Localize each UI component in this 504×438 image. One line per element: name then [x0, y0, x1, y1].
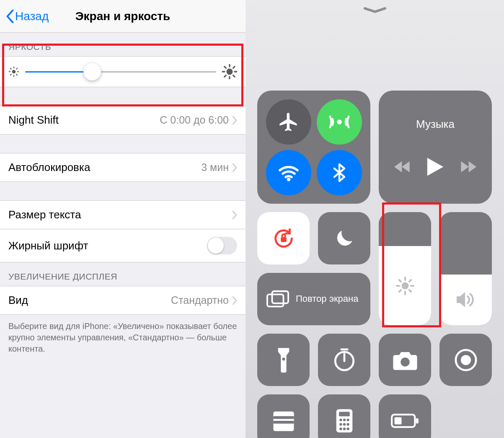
- svg-point-0: [12, 70, 16, 74]
- auto-lock-label: Автоблокировка: [8, 161, 90, 174]
- screen-mirror-label: Повтор экрана: [296, 293, 358, 304]
- screen-mirror-icon: [266, 290, 289, 308]
- svg-rect-54: [394, 417, 401, 424]
- camera-button[interactable]: [379, 334, 431, 386]
- svg-rect-20: [281, 237, 287, 242]
- airplane-mode-toggle[interactable]: [266, 99, 311, 145]
- control-center: Музыка: [246, 0, 504, 438]
- svg-point-37: [460, 355, 470, 365]
- play-icon[interactable]: [426, 157, 445, 177]
- sun-small-icon: [8, 66, 19, 77]
- svg-line-5: [10, 68, 11, 69]
- do-not-disturb-toggle[interactable]: [318, 212, 370, 264]
- chevron-right-icon: [232, 163, 237, 172]
- settings-screen: Назад Экран и яркость ЯРКОСТЬ Night Shif…: [0, 0, 246, 438]
- svg-point-51: [346, 428, 349, 430]
- sun-icon: [395, 276, 415, 296]
- brightness-slider-row: [0, 56, 246, 87]
- bold-text-toggle[interactable]: [207, 237, 237, 254]
- svg-point-49: [339, 428, 342, 430]
- battery-icon: [391, 413, 419, 428]
- svg-line-31: [409, 280, 411, 281]
- sun-large-icon: [222, 64, 237, 79]
- svg-point-47: [343, 423, 345, 425]
- cellular-icon: [328, 110, 351, 134]
- volume-vertical-slider[interactable]: [439, 212, 492, 325]
- auto-lock-row[interactable]: Автоблокировка 3 мин: [0, 153, 246, 182]
- chevron-left-icon: [6, 10, 14, 23]
- svg-point-32: [282, 358, 285, 360]
- svg-line-17: [233, 67, 235, 68]
- svg-rect-21: [267, 294, 284, 306]
- chevron-right-icon: [232, 116, 237, 124]
- svg-point-44: [343, 418, 345, 421]
- svg-point-9: [227, 69, 233, 75]
- svg-point-35: [401, 358, 409, 366]
- brightness-slider[interactable]: [25, 71, 216, 73]
- brightness-section-label: ЯРКОСТЬ: [0, 33, 246, 56]
- bluetooth-toggle[interactable]: [317, 150, 362, 195]
- svg-rect-39: [273, 416, 294, 419]
- view-label: Вид: [8, 294, 28, 307]
- chevron-right-icon: [232, 211, 237, 219]
- page-title: Экран и яркость: [75, 10, 171, 23]
- orientation-lock-toggle[interactable]: [257, 212, 310, 264]
- back-button[interactable]: Назад: [6, 10, 49, 23]
- svg-rect-40: [273, 421, 294, 424]
- record-icon: [454, 348, 478, 372]
- flashlight-icon: [275, 347, 292, 373]
- svg-line-29: [409, 290, 411, 292]
- night-shift-row[interactable]: Night Shift С 0:00 до 6:00: [0, 106, 246, 135]
- speaker-icon: [455, 290, 477, 309]
- calculator-button[interactable]: [318, 394, 370, 438]
- svg-point-23: [401, 282, 408, 289]
- wallet-button[interactable]: [257, 394, 310, 438]
- svg-point-45: [346, 418, 349, 421]
- grabber-handle[interactable]: [363, 7, 387, 11]
- svg-point-46: [339, 423, 342, 425]
- connectivity-group: [257, 91, 370, 204]
- cellular-toggle[interactable]: [317, 99, 362, 145]
- night-shift-value: С 0:00 до 6:00: [160, 114, 229, 126]
- view-footnote: Выберите вид для iPhone: «Увеличено» пок…: [0, 315, 246, 365]
- orientation-lock-icon: [271, 226, 296, 251]
- zoom-section-label: УВЕЛИЧЕНИЕ ДИСПЛЕЯ: [0, 262, 246, 286]
- svg-rect-53: [416, 418, 418, 423]
- svg-rect-42: [339, 412, 350, 416]
- svg-line-14: [225, 67, 226, 68]
- view-row[interactable]: Вид Стандартно: [0, 286, 246, 315]
- moon-icon: [333, 227, 356, 250]
- bold-text-row: Жирный шрифт: [0, 229, 246, 262]
- flashlight-button[interactable]: [257, 334, 310, 386]
- previous-track-icon[interactable]: [394, 161, 411, 173]
- svg-line-28: [399, 280, 401, 281]
- svg-line-16: [225, 75, 226, 77]
- brightness-vertical-slider[interactable]: [379, 212, 431, 325]
- timer-icon: [332, 348, 357, 372]
- svg-line-30: [399, 290, 401, 292]
- low-power-button[interactable]: [379, 394, 431, 438]
- bold-text-label: Жирный шрифт: [8, 239, 88, 252]
- svg-point-43: [339, 418, 342, 421]
- timer-button[interactable]: [318, 334, 370, 386]
- svg-point-48: [346, 423, 349, 425]
- camera-icon: [392, 350, 418, 371]
- music-title: Музыка: [416, 118, 455, 131]
- auto-lock-value: 3 мин: [201, 161, 229, 174]
- wifi-icon: [277, 161, 300, 184]
- svg-line-8: [16, 68, 17, 69]
- text-size-row[interactable]: Размер текста: [0, 200, 246, 229]
- nav-bar: Назад Экран и яркость: [0, 0, 246, 33]
- wifi-toggle[interactable]: [266, 150, 311, 195]
- text-size-label: Размер текста: [8, 208, 81, 221]
- wallet-icon: [271, 410, 296, 431]
- chevron-right-icon: [232, 296, 237, 305]
- screen-mirroring-button[interactable]: Повтор экрана: [257, 273, 370, 325]
- screen-record-button[interactable]: [439, 334, 492, 386]
- next-track-icon[interactable]: [460, 161, 476, 173]
- music-widget[interactable]: Музыка: [379, 91, 492, 204]
- view-value: Стандартно: [171, 294, 229, 306]
- back-label: Назад: [15, 10, 49, 23]
- svg-rect-22: [272, 291, 289, 303]
- svg-line-15: [233, 75, 235, 77]
